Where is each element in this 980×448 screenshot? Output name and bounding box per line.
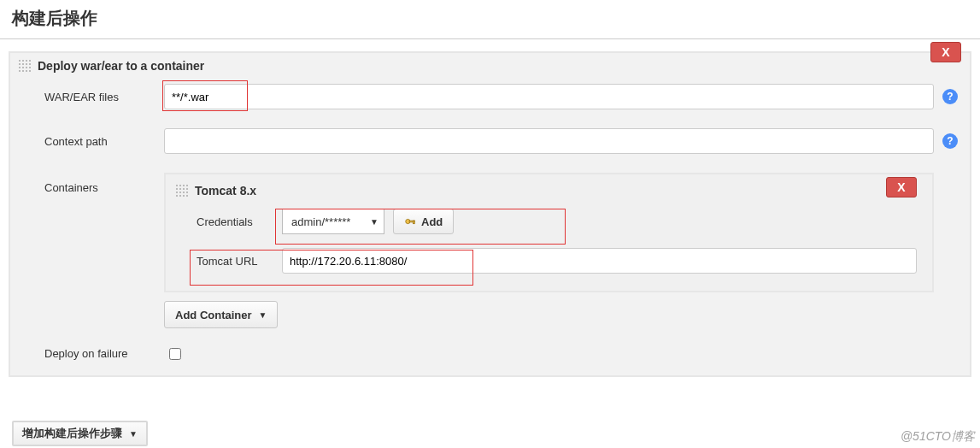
section-close-button[interactable]: X — [930, 42, 961, 62]
drag-handle-icon[interactable] — [174, 183, 190, 198]
add-container-button[interactable]: Add Container ▼ — [164, 301, 278, 328]
chevron-down-icon: ▼ — [259, 310, 267, 320]
chevron-down-icon: ▼ — [370, 217, 379, 227]
key-icon — [404, 215, 416, 227]
watermark-text: @51CTO博客 — [901, 429, 975, 445]
add-post-build-label: 增加构建后操作步骤 — [22, 426, 122, 441]
page-title: 构建后操作 — [0, 0, 980, 39]
tomcat-url-label: Tomcat URL — [197, 255, 282, 268]
container-close-button[interactable]: X — [886, 177, 917, 197]
section-title: Deploy war/ear to a container — [38, 59, 204, 73]
deploy-on-failure-checkbox[interactable] — [169, 348, 181, 360]
context-path-label: Context path — [44, 135, 164, 148]
credentials-select[interactable]: admin/****** ▼ — [282, 209, 384, 234]
add-container-label: Add Container — [175, 309, 252, 321]
credentials-value: admin/****** — [291, 215, 350, 228]
container-title: Tomcat 8.x — [195, 184, 256, 197]
help-icon[interactable]: ? — [942, 89, 958, 104]
context-path-input[interactable] — [164, 128, 934, 154]
credentials-label: Credentials — [197, 215, 282, 228]
deploy-on-failure-label: Deploy on failure — [44, 347, 164, 360]
drag-handle-icon[interactable] — [17, 58, 32, 74]
credentials-add-button[interactable]: Add — [393, 209, 454, 234]
help-icon[interactable]: ? — [942, 133, 958, 149]
deploy-section: X Deploy war/ear to a container WAR/EAR … — [9, 51, 971, 377]
svg-rect-2 — [414, 221, 415, 224]
containers-label: Containers — [44, 173, 164, 194]
war-ear-input[interactable] — [164, 84, 934, 109]
chevron-down-icon: ▼ — [129, 429, 138, 439]
container-box: X Tomcat 8.x Credentials admin/****** ▼ — [164, 173, 934, 292]
tomcat-url-input[interactable] — [282, 248, 917, 274]
add-button-label: Add — [421, 215, 443, 228]
war-ear-label: WAR/EAR files — [44, 91, 164, 103]
add-post-build-step-button[interactable]: 增加构建后操作步骤 ▼ — [12, 421, 148, 446]
